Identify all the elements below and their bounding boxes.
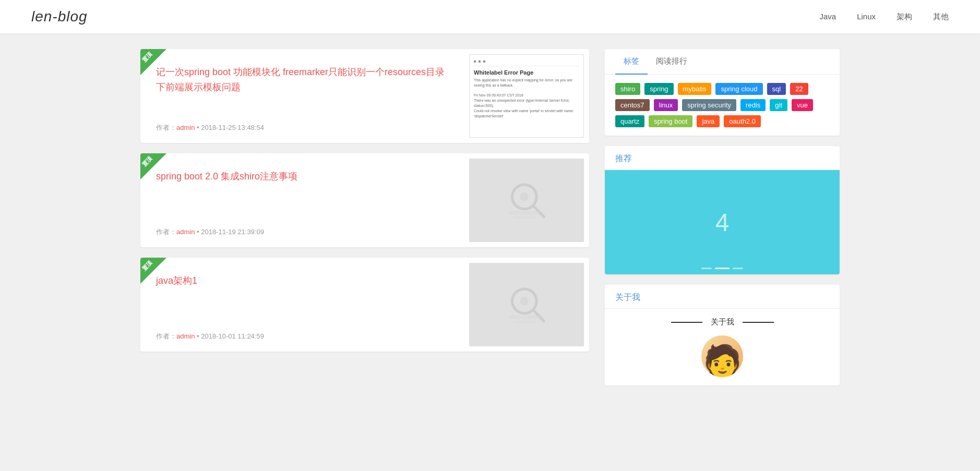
carousel-number: 4	[715, 208, 730, 237]
nav-others[interactable]: 其他	[933, 12, 949, 22]
article-meta-2: 作者：admin • 2018-11-19 21:39:09	[156, 227, 453, 237]
date-separator-1: •	[195, 124, 201, 131]
about-card: 关于我 关于我 🧑	[605, 285, 840, 385]
article-thumbnail-1: ■■■ Whitelabel Error Page This applicati…	[469, 54, 584, 138]
article-body-3: java架构1 作者：admin • 2018-10-01 11:24:59	[140, 258, 469, 352]
tag-spring[interactable]: spring	[644, 83, 673, 95]
article-title-1[interactable]: 记一次spring boot 功能模块化 freemarker只能识别一个res…	[156, 65, 453, 95]
top-badge-label: 置顶	[140, 154, 154, 168]
tag-mybatis[interactable]: mybatis	[678, 83, 712, 95]
tag-quartz[interactable]: quartz	[615, 115, 644, 127]
nav-architecture[interactable]: 架构	[897, 12, 912, 22]
svg-rect-4	[513, 216, 535, 219]
thumbnail-placeholder-3	[469, 263, 584, 346]
nav-linux[interactable]: Linux	[857, 12, 876, 22]
top-badge-3: 置顶	[140, 258, 166, 284]
tab-reading-rank[interactable]: 阅读排行	[648, 49, 696, 75]
table-row: 置顶 记一次spring boot 功能模块化 freemarker只能识别一个…	[140, 49, 589, 143]
header: len-blog Java Linux 架构 其他	[0, 0, 980, 33]
thumb-toolbar: ■■■	[474, 59, 579, 66]
svg-rect-9	[513, 321, 535, 323]
top-badge-1: 置顶	[140, 49, 166, 75]
placeholder-svg-icon-2	[500, 279, 553, 331]
about-center-title: 关于我	[711, 317, 734, 327]
author-prefix-2: 作者：	[156, 228, 176, 236]
tag-centos7[interactable]: centos7	[615, 99, 650, 111]
article-author-3[interactable]: admin	[176, 332, 195, 340]
about-section-title: 关于我	[605, 285, 840, 309]
article-date-3: 2018-10-01 11:24:59	[201, 332, 264, 340]
about-section: 关于我 🧑	[605, 309, 840, 385]
nav-java[interactable]: Java	[819, 12, 836, 22]
tag-shiro[interactable]: shiro	[615, 83, 640, 95]
article-body-1: 记一次spring boot 功能模块化 freemarker只能识别一个res…	[140, 49, 469, 143]
article-date-2: 2018-11-19 21:39:09	[201, 228, 264, 236]
article-meta-1: 作者：admin • 2018-11-25 13:48:54	[156, 123, 453, 132]
top-badge-label: 置顶	[140, 259, 154, 272]
article-body-2: spring boot 2.0 集成shiro注意事项 作者：admin • 2…	[140, 153, 469, 247]
author-prefix-1: 作者：	[156, 124, 176, 131]
avatar: 🧑	[701, 335, 743, 377]
thumbnail-placeholder-2	[469, 159, 584, 242]
svg-point-2	[520, 192, 529, 201]
main-nav: Java Linux 架构 其他	[819, 12, 949, 22]
article-author-2[interactable]: admin	[176, 228, 195, 236]
article-date-1: 2018-11-25 13:48:54	[201, 124, 264, 131]
date-separator-3: •	[195, 332, 201, 340]
article-title-3[interactable]: java架构1	[156, 273, 453, 288]
article-author-1[interactable]: admin	[176, 124, 195, 131]
thumbnail-error-page: ■■■ Whitelabel Error Page This applicati…	[469, 54, 584, 138]
carousel[interactable]: 4	[605, 170, 840, 274]
carousel-dot-2[interactable]	[715, 268, 730, 269]
article-meta-3: 作者：admin • 2018-10-01 11:24:59	[156, 332, 453, 341]
tag-linux[interactable]: linux	[654, 99, 678, 111]
article-thumbnail-2	[469, 159, 584, 242]
main-container: 置顶 记一次spring boot 功能模块化 freemarker只能识别一个…	[125, 49, 855, 385]
svg-point-7	[520, 297, 529, 306]
date-separator-2: •	[195, 228, 201, 236]
table-row: 置顶 spring boot 2.0 集成shiro注意事项 作者：admin …	[140, 153, 589, 247]
svg-rect-8	[509, 316, 540, 319]
sidebar-tab-bar: 标签 阅读排行	[605, 49, 840, 75]
about-title-row: 关于我	[615, 317, 829, 327]
placeholder-svg-icon	[500, 174, 553, 226]
carousel-dot-3[interactable]	[733, 268, 743, 269]
article-title-2[interactable]: spring boot 2.0 集成shiro注意事项	[156, 169, 453, 184]
table-row: 置顶 java架构1 作者：admin • 2018-10-01 11:24:5…	[140, 258, 589, 352]
tag-sql[interactable]: sql	[767, 83, 786, 95]
author-prefix-3: 作者：	[156, 332, 176, 340]
tag-spring-boot[interactable]: spring boot	[649, 115, 692, 127]
recommend-card: 推荐 4	[605, 146, 840, 274]
about-line-right	[743, 322, 774, 323]
about-line-left	[671, 322, 702, 323]
tag-git[interactable]: git	[770, 99, 787, 111]
sidebar: 标签 阅读排行 shiro spring mybatis spring clou…	[605, 49, 840, 385]
tag-oauth[interactable]: oauth2.0	[724, 115, 761, 127]
tag-22[interactable]: 22	[790, 83, 808, 95]
tag-spring-security[interactable]: spring security	[682, 99, 736, 111]
tag-redis[interactable]: redis	[740, 99, 766, 111]
carousel-dots	[701, 268, 743, 269]
top-badge-2: 置顶	[140, 153, 166, 179]
site-logo[interactable]: len-blog	[31, 8, 88, 25]
tags-container: shiro spring mybatis spring cloud sql 22…	[605, 75, 840, 136]
svg-rect-3	[509, 211, 540, 215]
top-badge-label: 置顶	[140, 50, 154, 64]
article-list: 置顶 记一次spring boot 功能模块化 freemarker只能识别一个…	[140, 49, 589, 385]
avatar-face: 🧑	[703, 346, 742, 377]
article-thumbnail-3	[469, 263, 584, 346]
tag-spring-cloud[interactable]: spring cloud	[715, 83, 762, 95]
carousel-dot-1[interactable]	[701, 268, 712, 269]
tag-vue[interactable]: vue	[792, 99, 813, 111]
error-page-title: Whitelabel Error Page	[474, 69, 579, 76]
recommend-title: 推荐	[605, 146, 840, 170]
tag-java[interactable]: java	[697, 115, 720, 127]
error-page-body: This application has no explicit mapping…	[474, 78, 579, 118]
tags-card: 标签 阅读排行 shiro spring mybatis spring clou…	[605, 49, 840, 136]
about-avatar-area: 🧑	[615, 335, 829, 377]
svg-line-1	[533, 206, 544, 217]
tab-tags[interactable]: 标签	[615, 49, 648, 75]
